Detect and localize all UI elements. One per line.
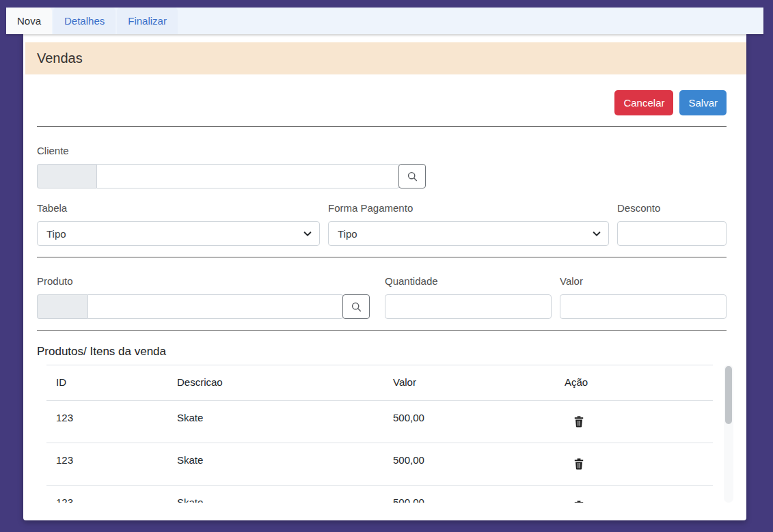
tab-nova[interactable]: Nova <box>6 8 52 34</box>
quantidade-field: Quantidade <box>385 275 552 319</box>
tabela-field: Tabela Tipo <box>37 202 320 246</box>
page-title: Vendas <box>37 51 83 66</box>
quantidade-label: Quantidade <box>385 275 552 288</box>
cell-descricao: Skate <box>167 401 383 443</box>
cell-id: 123 <box>46 443 167 486</box>
forma-pagamento-select[interactable]: Tipo <box>328 221 609 246</box>
table-header-row: ID Descricao Valor Ação <box>46 365 713 401</box>
cell-valor: 500,00 <box>383 486 555 503</box>
divider <box>37 126 727 127</box>
cliente-search-button[interactable] <box>398 164 426 188</box>
delete-item-button[interactable] <box>571 456 586 471</box>
cell-acao <box>555 486 713 503</box>
payment-row: Tabela Tipo Forma Pagamento Tipo <box>37 202 727 246</box>
valor-input[interactable] <box>560 294 727 319</box>
cliente-input-group <box>37 164 426 188</box>
items-section-title: Produtos/ Itens da venda <box>37 343 727 361</box>
items-table-container: ID Descricao Valor Ação 123Skate500,00 1… <box>46 365 733 503</box>
produto-label: Produto <box>37 275 370 288</box>
tabela-label: Tabela <box>37 202 320 214</box>
delete-item-button[interactable] <box>571 499 586 503</box>
column-header-descricao: Descricao <box>167 365 383 401</box>
produto-input-group <box>37 294 370 319</box>
produto-search-button[interactable] <box>342 294 370 319</box>
tab-finalizar[interactable]: Finalizar <box>117 8 178 34</box>
tab-bar: Nova Detalhes Finalizar <box>6 8 763 34</box>
items-table: ID Descricao Valor Ação 123Skate500,00 1… <box>46 365 713 503</box>
column-header-id: ID <box>46 365 167 401</box>
cliente-input[interactable] <box>96 164 400 188</box>
vendas-card: Vendas Cancelar Salvar Cliente <box>23 34 746 520</box>
valor-label: Valor <box>560 275 727 288</box>
cell-id: 123 <box>46 401 167 443</box>
cliente-label: Cliente <box>37 145 727 157</box>
cell-id: 123 <box>46 486 167 503</box>
cliente-code-input <box>37 164 96 188</box>
produto-code-input <box>37 294 87 319</box>
forma-pagamento-label: Forma Pagamento <box>328 202 609 214</box>
table-row: 123Skate500,00 <box>46 401 713 443</box>
cell-descricao: Skate <box>167 443 383 486</box>
tab-detalhes[interactable]: Detalhes <box>53 8 116 34</box>
card-content: Cancelar Salvar Cliente <box>23 90 746 503</box>
cell-valor: 500,00 <box>383 401 555 443</box>
table-row: 123Skate500,00 <box>46 443 713 486</box>
column-header-valor: Valor <box>383 365 555 401</box>
desconto-field: Desconto <box>617 202 727 246</box>
tabela-select[interactable]: Tipo <box>37 221 320 246</box>
produto-input[interactable] <box>87 294 344 319</box>
card-header: Vendas <box>25 42 746 74</box>
forma-pagamento-field: Forma Pagamento Tipo <box>328 202 609 246</box>
trash-icon <box>574 501 584 503</box>
cliente-field: Cliente <box>37 145 727 188</box>
cell-valor: 500,00 <box>383 443 555 486</box>
valor-field: Valor <box>560 275 727 319</box>
search-icon <box>351 301 362 313</box>
column-header-acao: Ação <box>555 365 713 401</box>
cell-acao <box>555 443 713 486</box>
table-row: 123Skate500,00 <box>46 486 713 503</box>
save-button[interactable]: Salvar <box>679 90 727 115</box>
action-buttons-row: Cancelar Salvar <box>37 90 727 115</box>
trash-icon <box>574 458 584 470</box>
cell-acao <box>555 401 713 443</box>
product-row: Produto Quantidade <box>37 275 727 319</box>
cell-descricao: Skate <box>167 486 383 503</box>
trash-icon <box>574 416 584 428</box>
delete-item-button[interactable] <box>571 414 586 429</box>
cancel-button[interactable]: Cancelar <box>614 90 673 115</box>
table-scrollbar[interactable] <box>724 365 733 503</box>
divider <box>37 257 727 257</box>
desconto-label: Desconto <box>617 202 727 214</box>
quantidade-input[interactable] <box>385 294 552 319</box>
divider <box>37 330 727 331</box>
scrollbar-thumb[interactable] <box>725 366 732 424</box>
produto-field: Produto <box>37 275 370 319</box>
search-icon <box>407 171 418 182</box>
items-tbody: 123Skate500,00 123Skate500,00 123Skate50… <box>46 401 713 503</box>
desconto-input[interactable] <box>617 221 727 246</box>
